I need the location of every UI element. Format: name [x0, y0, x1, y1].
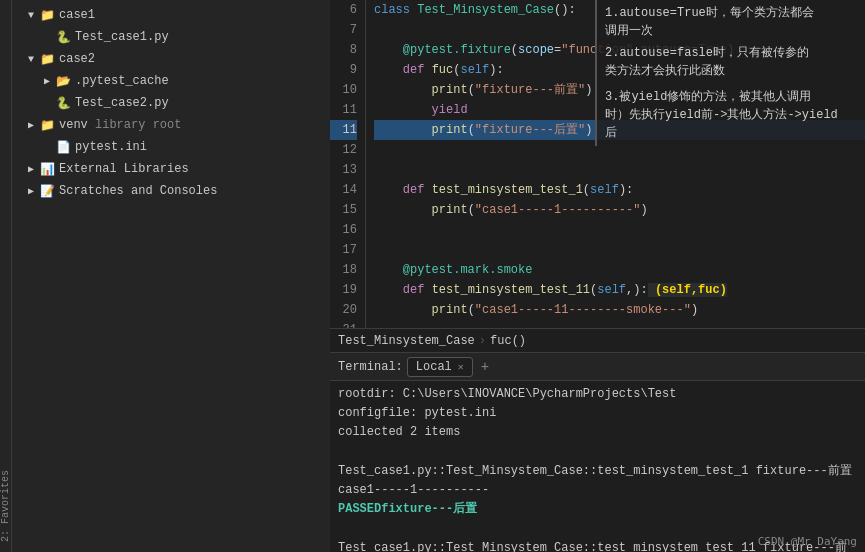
sidebar-label-case2: case2	[59, 52, 337, 66]
sidebar-item-case2[interactable]: ▼ 📁 case2	[12, 48, 341, 70]
sidebar-item-venv[interactable]: ▶ 📁 venv library root	[12, 114, 341, 136]
terminal-close-btn[interactable]: ✕	[458, 361, 464, 373]
code-line-16	[374, 220, 865, 240]
breadcrumb: Test_Minsystem_Case › fuc()	[330, 328, 865, 352]
expand-arrow-ext-libs: ▶	[28, 163, 40, 175]
code-editor[interactable]: class Test_Minsystem_Case(): @pytest.fix…	[366, 0, 865, 328]
annotation-line4: 类方法才会执行此函数	[605, 62, 857, 80]
ini-icon-pytest: 📄	[56, 140, 71, 155]
code-line-17	[374, 240, 865, 260]
folder-icon-venv: 📁	[40, 118, 55, 133]
breadcrumb-sep: ›	[479, 334, 486, 348]
annotation-line8: 后	[605, 124, 857, 142]
code-line-14: def test_minsystem_test_1(self):	[374, 180, 865, 200]
expand-arrow-case1: ▼	[28, 10, 40, 21]
code-line-20: print("case1-----11--------smoke---")	[374, 300, 865, 320]
sidebar-item-test-case2[interactable]: 🐍 Test_case2.py	[12, 92, 341, 114]
sidebar: ▼ 📁 case1 🐍 Test_case1.py ▼ 📁 case2	[12, 0, 342, 552]
folder-icon-pytest-cache: 📂	[56, 74, 71, 89]
folder-icon-case1: 📁	[40, 8, 55, 23]
expand-arrow-case2: ▼	[28, 54, 40, 65]
terminal-tabs: Terminal: Local ✕ +	[330, 353, 865, 381]
sidebar-item-ext-libs[interactable]: ▶ 📊 External Libraries	[12, 158, 341, 180]
sidebar-label-pytest-ini: pytest.ini	[75, 140, 337, 154]
sidebar-label-test-case1: Test_case1.py	[75, 30, 337, 44]
sidebar-item-pytest-cache[interactable]: ▶ 📂 .pytest_cache	[12, 70, 341, 92]
expand-arrow-scratches: ▶	[28, 185, 40, 197]
line-numbers: 6 7 8 9 10 11 11 12 13 14 15 16 17 18 19…	[330, 0, 366, 328]
breadcrumb-method: fuc()	[490, 334, 526, 348]
scratch-icon: 📝	[40, 184, 55, 199]
terminal-add-button[interactable]: +	[477, 359, 493, 375]
watermark: CSDN @Mr DaYang	[758, 535, 857, 548]
terminal-line-4: Test_case1.py::Test_Minsystem_Case::test…	[338, 462, 857, 481]
breadcrumb-class: Test_Minsystem_Case	[338, 334, 475, 348]
annotation-line2: 调用一次	[605, 22, 857, 40]
folder-icon-case2: 📁	[40, 52, 55, 67]
code-line-15: print("case1-----1----------")	[374, 200, 865, 220]
sidebar-label-scratches: Scratches and Consoles	[59, 184, 337, 198]
sidebar-label-test-case2: Test_case2.py	[75, 96, 337, 110]
sidebar-label-pytest-cache: .pytest_cache	[75, 74, 337, 88]
code-line-19: def test_minsystem_test_11(self,): (self…	[374, 280, 865, 300]
sidebar-item-test-case1[interactable]: 🐍 Test_case1.py	[12, 26, 341, 48]
terminal-line-0: rootdir: C:\Users\INOVANCE\PycharmProjec…	[338, 385, 857, 404]
terminal-line-2: collected 2 items	[338, 423, 857, 442]
ext-lib-icon: 📊	[40, 162, 55, 177]
sidebar-label-ext-libs: External Libraries	[59, 162, 337, 176]
terminal-tab-name: Local	[416, 360, 452, 374]
py-icon-test-case2: 🐍	[56, 96, 71, 111]
terminal-line-5: case1-----1----------	[338, 481, 857, 500]
terminal-line-1: configfile: pytest.ini	[338, 404, 857, 423]
annotation-line3: 2.autouse=fasle时，只有被传参的	[605, 44, 857, 62]
editor-area: 6 7 8 9 10 11 11 12 13 14 15 16 17 18 19…	[330, 0, 865, 328]
file-tree: ▼ 📁 case1 🐍 Test_case1.py ▼ 📁 case2	[12, 0, 341, 552]
code-line-13	[374, 160, 865, 180]
code-line-21	[374, 320, 865, 328]
editor-container: 6 7 8 9 10 11 11 12 13 14 15 16 17 18 19…	[330, 0, 865, 552]
annotation-line6: 3.被yield修饰的方法，被其他人调用	[605, 88, 857, 106]
terminal-label: Terminal:	[338, 360, 403, 374]
terminal-line-3	[338, 443, 857, 462]
sidebar-item-scratches[interactable]: ▶ 📝 Scratches and Consoles	[12, 180, 341, 202]
py-icon-test-case1: 🐍	[56, 30, 71, 45]
terminal-container: Terminal: Local ✕ + rootdir: C:\Users\IN…	[330, 352, 865, 552]
terminal-output: rootdir: C:\Users\INOVANCE\PycharmProjec…	[330, 381, 865, 552]
favorites-label: 2: Favorites	[0, 470, 11, 542]
sidebar-item-case1[interactable]: ▼ 📁 case1	[12, 4, 341, 26]
code-line-18: @pytest.mark.smoke	[374, 260, 865, 280]
sidebar-label-case1: case1	[59, 8, 337, 22]
annotation-line1: 1.autouse=True时，每个类方法都会	[605, 4, 857, 22]
expand-arrow-venv: ▶	[28, 119, 40, 131]
expand-arrow-pytest-cache: ▶	[44, 75, 56, 87]
terminal-tab-local[interactable]: Local ✕	[407, 357, 473, 377]
favorites-bar: 2: Favorites	[0, 0, 12, 552]
annotation-line7: 时）先执行yield前->其他人方法->yield	[605, 106, 857, 124]
annotation-box: 1.autouse=True时，每个类方法都会 调用一次 2.autouse=f…	[595, 0, 865, 146]
terminal-line-6: PASSEDfixture---后置	[338, 500, 857, 519]
sidebar-label-venv: venv library root	[59, 118, 337, 132]
sidebar-item-pytest-ini[interactable]: 📄 pytest.ini	[12, 136, 341, 158]
